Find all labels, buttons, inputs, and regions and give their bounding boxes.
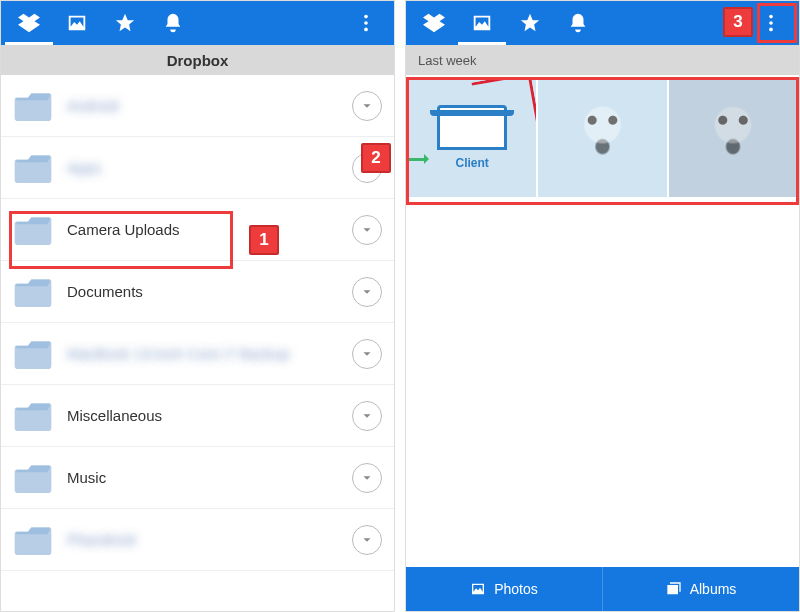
group-header: Last week — [406, 45, 799, 75]
chevron-down-icon[interactable] — [352, 339, 382, 369]
section-header: Dropbox — [1, 45, 394, 75]
folder-row[interactable]: Documents — [1, 261, 394, 323]
star-icon[interactable] — [101, 1, 149, 45]
phone-left: Dropbox Android Apps Camera Uploads Docu… — [0, 0, 395, 612]
folder-row[interactable]: Android — [1, 75, 394, 137]
folder-row-label: MacBook 13-inch Core i7 Backup — [67, 345, 352, 362]
thumbnail-client-label: Client — [455, 156, 488, 170]
folder-row-label: Android — [67, 97, 352, 114]
chevron-down-icon[interactable] — [352, 277, 382, 307]
folder-row-label: Camera Uploads — [67, 221, 352, 238]
folder-row-label: Apps — [67, 159, 352, 176]
tab-photos[interactable]: Photos — [406, 567, 602, 611]
thumbnail-graffiti-2[interactable] — [669, 77, 797, 197]
folder-icon — [13, 334, 53, 374]
phone-right: Last week Client Photos Albums — [405, 0, 800, 612]
star-icon[interactable] — [506, 1, 554, 45]
dropbox-icon[interactable] — [5, 1, 53, 45]
chevron-down-icon[interactable] — [352, 525, 382, 555]
folder-row[interactable]: Music — [1, 447, 394, 509]
folder-row[interactable]: Phandroid — [1, 509, 394, 571]
group-header-label: Last week — [418, 53, 477, 68]
chevron-down-icon[interactable] — [352, 401, 382, 431]
folder-icon — [13, 396, 53, 436]
svg-point-4 — [769, 21, 773, 25]
svg-point-1 — [364, 21, 368, 25]
svg-point-3 — [769, 15, 773, 19]
tab-albums[interactable]: Albums — [602, 567, 799, 611]
thumbnail-client[interactable]: Client — [408, 77, 536, 197]
more-icon[interactable] — [747, 1, 795, 45]
chevron-down-icon[interactable] — [352, 91, 382, 121]
folder-row[interactable]: Apps — [1, 137, 394, 199]
bell-icon[interactable] — [554, 1, 602, 45]
tab-albums-label: Albums — [690, 581, 737, 597]
chevron-down-icon[interactable] — [352, 215, 382, 245]
folder-row[interactable]: Camera Uploads — [1, 199, 394, 261]
more-icon[interactable] — [342, 1, 390, 45]
bell-icon[interactable] — [149, 1, 197, 45]
folder-icon — [13, 86, 53, 126]
folder-row[interactable]: MacBook 13-inch Core i7 Backup — [1, 323, 394, 385]
folder-icon — [13, 272, 53, 312]
bottom-tabs: Photos Albums — [406, 567, 799, 611]
svg-point-2 — [364, 28, 368, 32]
folder-row-label: Phandroid — [67, 531, 352, 548]
topbar — [1, 1, 394, 45]
folder-row[interactable]: Miscellaneous — [1, 385, 394, 447]
tab-photos-label: Photos — [494, 581, 538, 597]
svg-point-0 — [364, 15, 368, 19]
dropbox-icon[interactable] — [410, 1, 458, 45]
annotation-badge-2: 2 — [361, 143, 391, 173]
section-header-label: Dropbox — [167, 52, 229, 69]
folder-icon — [13, 458, 53, 498]
folder-row-label: Miscellaneous — [67, 407, 352, 424]
folder-icon — [13, 148, 53, 188]
annotation-badge-1: 1 — [249, 225, 279, 255]
annotation-badge-3: 3 — [723, 7, 753, 37]
photos-icon[interactable] — [458, 1, 506, 45]
folder-row-label: Music — [67, 469, 352, 486]
photos-icon[interactable] — [53, 1, 101, 45]
folder-list: Android Apps Camera Uploads Documents Ma… — [1, 75, 394, 611]
folder-icon — [13, 520, 53, 560]
folder-icon — [13, 210, 53, 250]
svg-point-5 — [769, 28, 773, 32]
photo-row: Client — [406, 75, 799, 199]
folder-row-label: Documents — [67, 283, 352, 300]
chevron-down-icon[interactable] — [352, 463, 382, 493]
thumbnail-graffiti-1[interactable] — [538, 77, 666, 197]
